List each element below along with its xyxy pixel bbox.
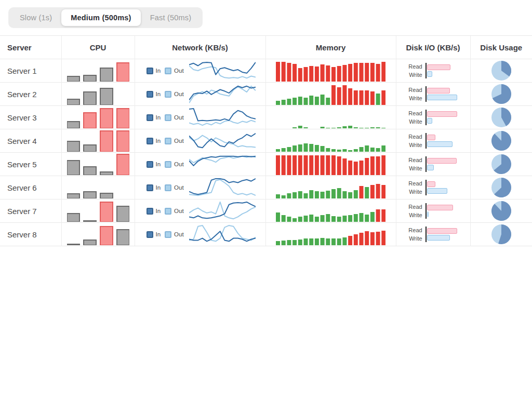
disk-write-label: Write [409,211,422,219]
disk-read-bar [427,88,450,94]
legend-in-label: In [156,184,161,191]
table-row: Server 8 In Out Read Write [0,223,532,246]
toggle-group: Slow (1s) Medium (500ms) Fast (50ms) [8,7,203,28]
memory-bar-chart [266,153,396,175]
network-legend: In Out [147,161,185,168]
legend-out-swatch [165,184,171,191]
network-line-chart [189,84,256,104]
cpu-bar-chart [62,107,135,128]
network-line-chart [189,154,256,175]
network-line-chart [189,224,256,245]
memory-bar-chart [266,83,396,105]
server-name: Server 2 [7,90,37,99]
disk-usage-pie [471,131,532,151]
disk-write-label: Write [409,164,422,172]
network-legend: In Out [147,138,185,144]
cpu-bar-chart [62,200,135,222]
legend-out-label: Out [174,161,184,167]
disk-read-label: Read [408,156,422,164]
column-header-network: Network (KB/s) [135,36,265,59]
memory-bar-chart [266,223,396,245]
disk-read-bar [427,158,457,164]
disk-write-bar [427,188,447,194]
server-name: Server 8 [7,230,37,239]
disk-write-label: Write [409,71,422,79]
disk-usage-pie [471,224,532,244]
disk-usage-pie [471,201,532,221]
disk-io-axis [425,133,458,149]
network-legend: In Out [147,91,185,98]
disk-read-bar [427,181,435,187]
legend-in-label: In [156,68,161,74]
disk-read-label: Read [408,203,422,211]
memory-bar-chart [266,177,396,198]
disk-read-bar [427,64,450,70]
network-legend: In Out [147,114,185,121]
disk-write-bar [427,95,457,100]
network-legend: In Out [147,68,185,74]
server-name: Server 7 [7,207,37,216]
column-header-memory: Memory [265,36,396,59]
memory-bar-chart [266,200,396,222]
disk-usage-pie [471,108,532,127]
toggle-medium-button[interactable]: Medium (500ms) [61,9,140,26]
network-legend: In Out [147,231,185,238]
legend-in-swatch [147,231,153,238]
table-row: Server 7 In Out Read Write [0,200,532,223]
legend-out-swatch [165,91,171,98]
disk-io-axis [425,63,458,78]
memory-bar-chart [266,107,396,128]
server-name: Server 5 [7,160,37,169]
memory-bar-chart [266,60,396,82]
column-header-disk-usage: Disk Usage [470,36,532,59]
legend-in-label: In [156,231,161,237]
disk-read-label: Read [408,226,422,234]
disk-read-label: Read [408,179,422,188]
disk-write-label: Write [409,94,422,102]
legend-out-swatch [165,68,171,74]
disk-read-label: Read [408,62,422,71]
disk-io-axis [425,110,458,125]
legend-out-label: Out [174,68,184,74]
memory-bar-chart [266,130,396,152]
toggle-fast-button[interactable]: Fast (50ms) [141,9,201,26]
disk-write-bar [427,141,453,147]
disk-write-bar [427,211,429,217]
legend-out-label: Out [174,91,184,97]
network-line-chart [189,130,256,151]
cpu-bar-chart [62,60,135,82]
disk-usage-pie [471,178,532,197]
legend-in-label: In [156,91,161,97]
legend-out-swatch [165,114,171,121]
disk-write-label: Write [409,188,422,196]
column-header-cpu: CPU [61,36,135,59]
disk-write-bar [427,118,432,124]
disk-io-axis [425,86,458,102]
legend-out-swatch [165,138,171,144]
disk-read-label: Read [408,86,422,94]
disk-usage-pie [471,61,532,81]
disk-io-axis [425,227,458,242]
server-name: Server 4 [7,137,37,145]
disk-read-bar [427,205,453,210]
network-line-chart [189,107,256,128]
table-row: Server 4 In Out Read Write [0,129,532,153]
legend-out-label: Out [174,231,184,237]
disk-write-label: Write [409,234,422,243]
column-header-server: Server [0,36,61,59]
table-row: Server 2 In Out Read Write [0,83,532,106]
network-line-chart [189,60,256,81]
table-row: Server 3 In Out Read Write [0,106,532,129]
legend-out-label: Out [174,114,184,121]
network-legend: In Out [147,184,185,191]
legend-out-swatch [165,208,171,215]
legend-out-label: Out [174,138,184,144]
table-header-row: Server CPU Network (KB/s) Memory Disk I/… [0,36,532,59]
disk-read-label: Read [408,132,422,141]
toggle-slow-button[interactable]: Slow (1s) [10,9,61,26]
legend-in-label: In [156,161,161,167]
network-legend: In Out [147,208,185,215]
disk-usage-pie [471,84,532,104]
legend-in-swatch [147,161,153,168]
table-row: Server 1 In Out Read Write [0,59,532,83]
